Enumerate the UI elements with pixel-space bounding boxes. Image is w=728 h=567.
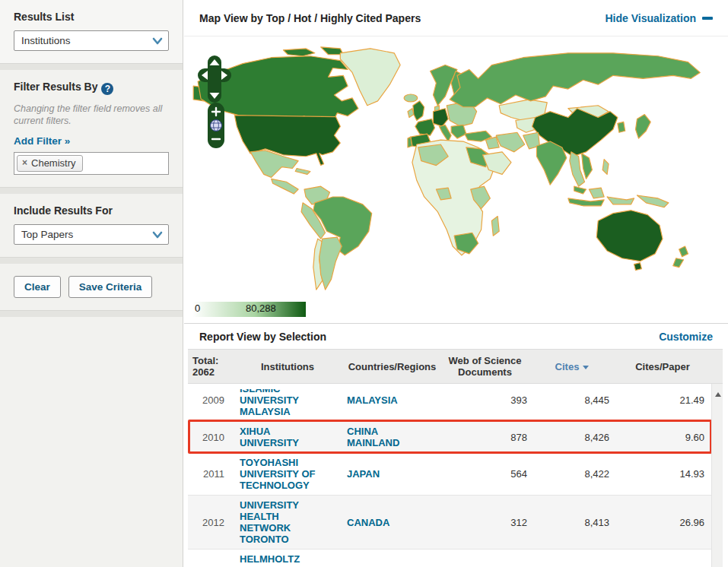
- country-label: CHINA MAINLAND: [347, 426, 424, 448]
- main-content: Map View by Top / Hot / Highly Cited Pap…: [184, 0, 728, 567]
- results-list-section: Results List Institutions: [0, 0, 183, 63]
- sidebar-actions: Clear Save Criteria: [0, 264, 183, 310]
- row-cites: 8,422: [530, 468, 614, 480]
- row-documents: 312: [440, 517, 530, 528]
- row-rank: 2012: [188, 517, 230, 528]
- sidebar: Results List Institutions Filter Results…: [0, 0, 183, 567]
- active-filters-box: × Chemistry: [14, 152, 169, 175]
- include-results-heading: Include Results For: [14, 204, 169, 217]
- filter-heading: Filter Results By?: [14, 81, 169, 95]
- save-criteria-button[interactable]: Save Criteria: [68, 276, 153, 298]
- sidebar-divider: [0, 187, 183, 194]
- filter-note: Changing the filter field removes all cu…: [14, 103, 169, 128]
- scroll-up-button[interactable]: [712, 388, 723, 401]
- include-results-selected: Top Papers: [21, 229, 73, 240]
- row-documents: 878: [440, 432, 530, 443]
- include-results-section: Include Results For Top Papers: [0, 194, 183, 257]
- scroll-up-icon: [715, 392, 721, 397]
- esi-app: Results List Institutions Filter Results…: [0, 0, 728, 567]
- report-view-header: Report View by Selection Customize: [184, 323, 728, 349]
- results-list-selected: Institutions: [21, 35, 71, 46]
- report-view-title: Report View by Selection: [199, 331, 326, 343]
- filter-section: Filter Results By? Changing the filter f…: [0, 70, 183, 187]
- customize-link[interactable]: Customize: [659, 331, 713, 343]
- total-count: Total: 2062: [188, 355, 230, 378]
- table-body-rows: 2009 ISLAMIC UNIVERSITY MALAYSIA MALAYSI…: [188, 384, 711, 567]
- add-filter-link[interactable]: Add Filter »: [14, 135, 70, 147]
- row-cites-per-paper: 9.60: [614, 432, 711, 443]
- row-documents: 393: [440, 394, 530, 406]
- map-pan-control: [198, 55, 231, 103]
- chevron-down-icon: [151, 36, 164, 49]
- institution-link[interactable]: ISLAMIC UNIVERSITY MALAYSIA: [240, 384, 320, 417]
- map-view-header: Map View by Top / Hot / Highly Cited Pap…: [184, 0, 728, 36]
- row-cites: 8,413: [530, 517, 614, 528]
- row-rank: 2011: [188, 468, 230, 480]
- table-scrollbar[interactable]: [711, 384, 723, 567]
- zoom-reset-globe-button[interactable]: [211, 120, 222, 131]
- table-row[interactable]: 2010 XIHUA UNIVERSITY CHINA MAINLAND 878…: [188, 422, 711, 453]
- row-documents: 564: [440, 468, 530, 480]
- filter-tag-label: Chemistry: [31, 157, 76, 169]
- map-view-title: Map View by Top / Hot / Highly Cited Pap…: [199, 12, 421, 24]
- table-row[interactable]: 2011 TOYOHASHI UNIVERSITY OF TECHNOLOGY …: [188, 453, 711, 496]
- clear-button[interactable]: Clear: [14, 276, 61, 298]
- row-cites: 8,426: [530, 432, 614, 443]
- row-cites: 8,445: [530, 394, 614, 406]
- include-results-dropdown[interactable]: Top Papers: [14, 224, 169, 245]
- results-table: Total: 2062 Institutions Countries/Regio…: [188, 349, 723, 567]
- sidebar-divider: [0, 257, 183, 264]
- sort-descending-icon: [583, 366, 589, 369]
- world-choropleth-map[interactable]: [189, 43, 726, 297]
- scale-min-label: 0: [195, 303, 200, 314]
- map-zoom-control: [208, 103, 224, 148]
- table-header: Total: 2062 Institutions Countries/Regio…: [188, 349, 723, 384]
- filter-tag-chemistry[interactable]: × Chemistry: [17, 155, 83, 172]
- help-icon[interactable]: ?: [101, 83, 113, 95]
- country-label: MALAYSIA: [347, 394, 398, 406]
- country-label: JAPAN: [347, 468, 380, 480]
- institution-link[interactable]: TOYOHASHI UNIVERSITY OF TECHNOLOGY: [240, 457, 320, 491]
- row-rank: 2009: [188, 394, 230, 406]
- results-list-heading: Results List: [14, 11, 169, 23]
- country-label: CANADA: [347, 517, 389, 528]
- institution-link[interactable]: HELMHOLTZ CENTER FOR ENVIRONMENTAL RESEA…: [240, 553, 320, 567]
- remove-filter-icon[interactable]: ×: [22, 157, 27, 168]
- row-rank: 2010: [188, 432, 230, 443]
- table-row[interactable]: 2012 UNIVERSITY HEALTH NETWORK TORONTO C…: [188, 496, 711, 550]
- hide-visualization-link[interactable]: Hide Visualization: [605, 12, 713, 24]
- column-header-cites[interactable]: Cites: [530, 361, 614, 372]
- column-header-cites-per-paper[interactable]: Cites/Paper: [614, 361, 711, 372]
- scale-max-label: 80,288: [246, 303, 276, 314]
- institution-link[interactable]: UNIVERSITY HEALTH NETWORK TORONTO: [240, 499, 320, 545]
- column-header-documents[interactable]: Web of Science Documents: [440, 355, 530, 378]
- column-header-institutions[interactable]: Institutions: [230, 361, 345, 372]
- column-header-countries[interactable]: Countries/Regions: [345, 361, 440, 372]
- institution-link[interactable]: XIHUA UNIVERSITY: [240, 426, 320, 448]
- row-cites-per-paper: 21.49: [614, 394, 711, 406]
- chevron-down-icon: [151, 230, 164, 242]
- table-row[interactable]: 2013 HELMHOLTZ CENTER FOR ENVIRONMENTAL …: [188, 550, 711, 567]
- table-row[interactable]: 2009 ISLAMIC UNIVERSITY MALAYSIA MALAYSI…: [188, 384, 711, 422]
- results-list-dropdown[interactable]: Institutions: [14, 30, 169, 51]
- sidebar-divider: [0, 310, 183, 317]
- map-visualization-area: 0 80,288: [184, 36, 728, 323]
- table-body-viewport: 2009 ISLAMIC UNIVERSITY MALAYSIA MALAYSI…: [188, 384, 723, 567]
- map-color-scale: 0 80,288: [192, 302, 306, 317]
- row-cites-per-paper: 26.96: [614, 517, 711, 528]
- sidebar-divider: [0, 63, 183, 70]
- row-cites-per-paper: 14.93: [614, 468, 711, 480]
- collapse-minus-icon: [702, 17, 713, 20]
